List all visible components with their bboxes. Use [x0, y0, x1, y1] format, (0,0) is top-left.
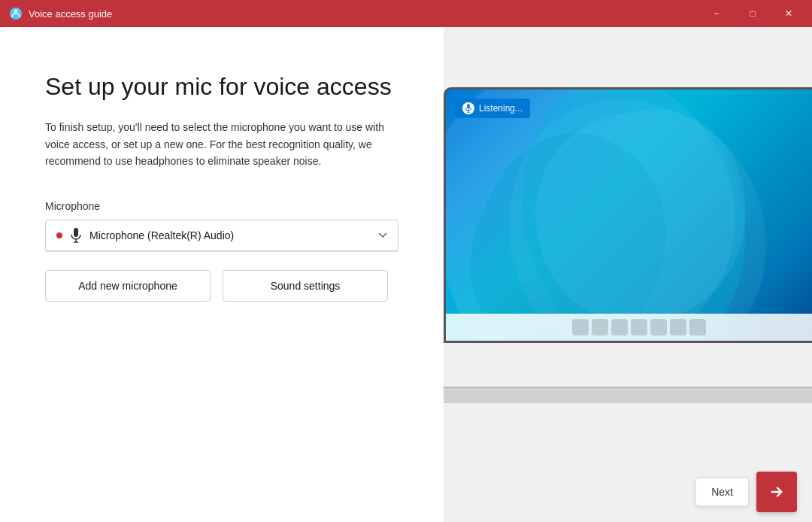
svg-point-1: [14, 10, 18, 14]
listening-badge: Listening...: [455, 99, 530, 118]
next-label: Next: [695, 478, 749, 506]
mic-active-indicator: [56, 232, 62, 238]
svg-rect-5: [467, 104, 469, 109]
right-panel: Listening...: [444, 27, 812, 522]
app-icon: [9, 7, 23, 20]
laptop-base: [444, 388, 812, 403]
taskbar-item-5: [650, 319, 667, 335]
laptop-illustration: Listening...: [444, 87, 812, 403]
taskbar: [446, 314, 812, 341]
title-bar-left: Voice access guide: [9, 7, 112, 20]
page-description: To finish setup, you'll need to select t…: [45, 119, 398, 169]
listening-text: Listening...: [479, 103, 523, 114]
taskbar-item-6: [670, 319, 686, 335]
screen-inner: Listening...: [446, 90, 812, 341]
mic-divider: [45, 251, 398, 252]
arrow-right-icon: [768, 484, 785, 500]
minimize-button[interactable]: −: [699, 2, 734, 26]
page-heading: Set up your mic for voice access: [45, 72, 398, 101]
main-content: Set up your mic for voice access To fini…: [0, 27, 812, 522]
taskbar-item-1: [572, 319, 589, 335]
taskbar-item-3: [611, 319, 628, 335]
taskbar-item-2: [592, 319, 608, 335]
chevron-down-icon: [378, 232, 387, 238]
add-microphone-button[interactable]: Add new microphone: [45, 270, 211, 302]
action-buttons: Add new microphone Sound settings: [45, 270, 398, 302]
svg-rect-2: [74, 228, 78, 237]
maximize-button[interactable]: □: [735, 2, 770, 26]
taskbar-item-4: [631, 319, 647, 335]
laptop-screen: Listening...: [444, 87, 812, 343]
title-bar-title: Voice access guide: [29, 8, 112, 20]
title-bar-controls: − □ ✕: [699, 2, 806, 26]
listening-mic-icon: [462, 102, 474, 114]
wallpaper: [446, 90, 812, 341]
microphone-name: Microphone (Realtek(R) Audio): [89, 229, 371, 241]
close-button[interactable]: ✕: [771, 2, 806, 26]
microphone-icon: [70, 228, 82, 243]
next-button[interactable]: [756, 472, 797, 512]
sound-settings-button[interactable]: Sound settings: [223, 270, 388, 302]
microphone-selector[interactable]: Microphone (Realtek(R) Audio): [45, 220, 398, 251]
bottom-bar: Next: [444, 462, 812, 522]
left-panel: Set up your mic for voice access To fini…: [0, 27, 444, 522]
title-bar: Voice access guide − □ ✕: [0, 0, 812, 27]
taskbar-item-7: [689, 319, 706, 335]
microphone-label: Microphone: [45, 200, 398, 212]
